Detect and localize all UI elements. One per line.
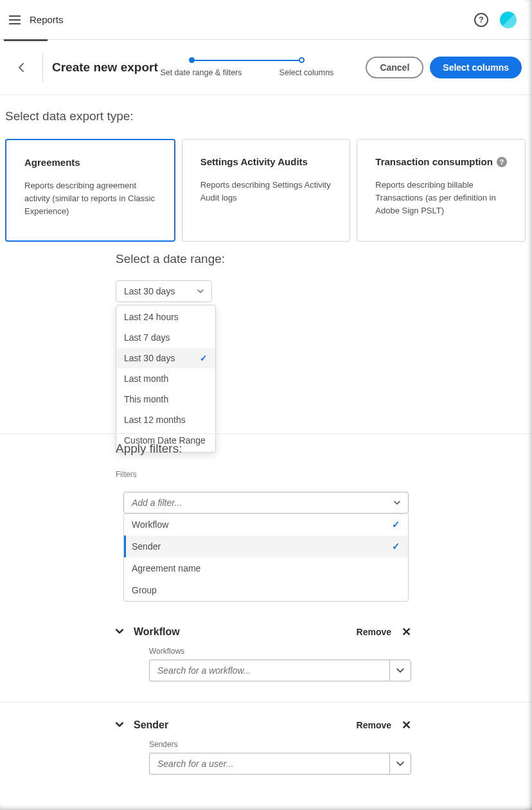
- topbar: Reports ?: [0, 0, 532, 40]
- date-option-label: This month: [124, 394, 168, 404]
- card-settings-audits[interactable]: Settings Activity Audits Reports describ…: [182, 139, 351, 242]
- date-option-this-month[interactable]: This month: [116, 389, 215, 410]
- filter-option-label: Workflow: [132, 519, 168, 530]
- add-filter-dropdown: Workflow ✓ Sender ✓ Agreement name Group: [123, 514, 409, 602]
- add-filter-select[interactable]: Add a filter...: [123, 492, 409, 514]
- card-title: Transaction consumption ?: [375, 156, 507, 167]
- date-range-title: Select a date range:: [116, 252, 532, 266]
- step-dot-1: [189, 57, 195, 63]
- filter-option-label: Agreement name: [132, 563, 200, 573]
- date-range-select[interactable]: Last 30 days: [116, 280, 212, 302]
- filter-option-label: Sender: [132, 541, 161, 552]
- date-option-label: Last month: [124, 374, 168, 384]
- step-label-1: Set date range & filters: [160, 68, 242, 77]
- disclosure-toggle[interactable]: [116, 627, 123, 637]
- chevron-down-icon: [394, 500, 400, 506]
- workflow-dropdown-button[interactable]: [389, 660, 411, 681]
- date-option-label: Last 12 months: [124, 415, 186, 425]
- date-option-last-month[interactable]: Last month: [116, 368, 215, 389]
- step-dot-2: [299, 57, 305, 63]
- check-icon: ✓: [392, 541, 400, 552]
- remove-filter-button[interactable]: Remove: [357, 720, 391, 730]
- add-filter-placeholder: Add a filter...: [132, 498, 182, 508]
- filter-option-group[interactable]: Group: [124, 579, 408, 601]
- filter-option-sender[interactable]: Sender ✓: [124, 536, 408, 557]
- select-columns-button[interactable]: Select columns: [430, 57, 522, 78]
- export-type-title: Select data export type:: [5, 109, 532, 123]
- step-label-2: Select columns: [279, 68, 334, 77]
- help-icon[interactable]: ?: [474, 13, 488, 27]
- filter-name: Sender: [134, 719, 168, 731]
- card-title-text: Transaction consumption: [375, 156, 493, 167]
- close-icon[interactable]: ✕: [402, 625, 411, 639]
- date-range-dropdown: Last 24 hours Last 7 days Last 30 days ✓…: [116, 305, 216, 453]
- date-option-last-30-days[interactable]: Last 30 days ✓: [116, 348, 215, 368]
- page-title: Create new export: [52, 60, 158, 75]
- card-desc: Reports describing Settings Activity Aud…: [200, 179, 332, 204]
- chevron-down-icon: [197, 288, 204, 294]
- filter-option-label: Group: [132, 585, 157, 595]
- sender-dropdown-button[interactable]: [389, 753, 411, 775]
- card-title: Settings Activity Audits: [200, 156, 332, 167]
- check-icon: ✓: [392, 519, 400, 530]
- card-transaction-consumption[interactable]: Transaction consumption ? Reports descri…: [357, 139, 526, 242]
- input-placeholder: Search for a user...: [157, 759, 234, 769]
- filter-block-workflow: Workflow Remove ✕ Workflows Search for a…: [116, 625, 411, 681]
- wizard-stepper: Set date range & filters Select columns: [160, 57, 346, 77]
- back-button[interactable]: [10, 59, 33, 76]
- filter-option-workflow[interactable]: Workflow ✓: [124, 514, 408, 536]
- filter-block-sender: Sender Remove ✕ Senders Search for a use…: [116, 718, 411, 775]
- check-icon: ✓: [200, 353, 208, 363]
- input-placeholder: Search for a workflow...: [157, 665, 251, 676]
- disclosure-toggle[interactable]: [116, 720, 123, 730]
- card-desc: Reports describing billable Transactions…: [375, 179, 507, 217]
- export-type-cards: Agreements Reports describing agreement …: [5, 139, 532, 242]
- remove-filter-button[interactable]: Remove: [357, 627, 391, 637]
- date-option-label: Last 24 hours: [124, 312, 179, 322]
- date-range-selected: Last 30 days: [124, 286, 175, 296]
- workflow-search-input[interactable]: Search for a workflow...: [149, 660, 389, 681]
- card-desc: Reports describing agreement activity (s…: [24, 179, 156, 218]
- page-header: Create new export Set date range & filte…: [0, 40, 532, 95]
- filter-field-label: Workflows: [149, 647, 411, 656]
- menu-icon[interactable]: [9, 12, 24, 28]
- info-icon[interactable]: ?: [497, 157, 507, 167]
- filter-divider: [0, 702, 532, 703]
- sender-search-input[interactable]: Search for a user...: [149, 753, 389, 775]
- filters-sublabel: Filters: [116, 470, 532, 479]
- header-divider: [42, 53, 43, 82]
- card-title: Agreements: [24, 157, 156, 168]
- filter-field-label: Senders: [149, 740, 411, 749]
- cancel-button[interactable]: Cancel: [366, 57, 423, 78]
- filters-title: Apply filters:: [116, 442, 532, 456]
- card-agreements[interactable]: Agreements Reports describing agreement …: [5, 139, 175, 242]
- date-option-last-12-months[interactable]: Last 12 months: [116, 410, 215, 430]
- topbar-title: Reports: [30, 14, 64, 25]
- date-option-last-7-days[interactable]: Last 7 days: [116, 327, 215, 348]
- date-option-last-24-hours[interactable]: Last 24 hours: [116, 307, 215, 327]
- close-icon[interactable]: ✕: [402, 718, 411, 732]
- filter-name: Workflow: [134, 626, 180, 638]
- active-tab-indicator: [4, 39, 48, 41]
- date-option-label: Last 7 days: [124, 332, 170, 343]
- filter-option-agreement-name[interactable]: Agreement name: [124, 557, 408, 579]
- avatar[interactable]: [500, 12, 517, 28]
- date-option-label: Last 30 days: [124, 353, 175, 363]
